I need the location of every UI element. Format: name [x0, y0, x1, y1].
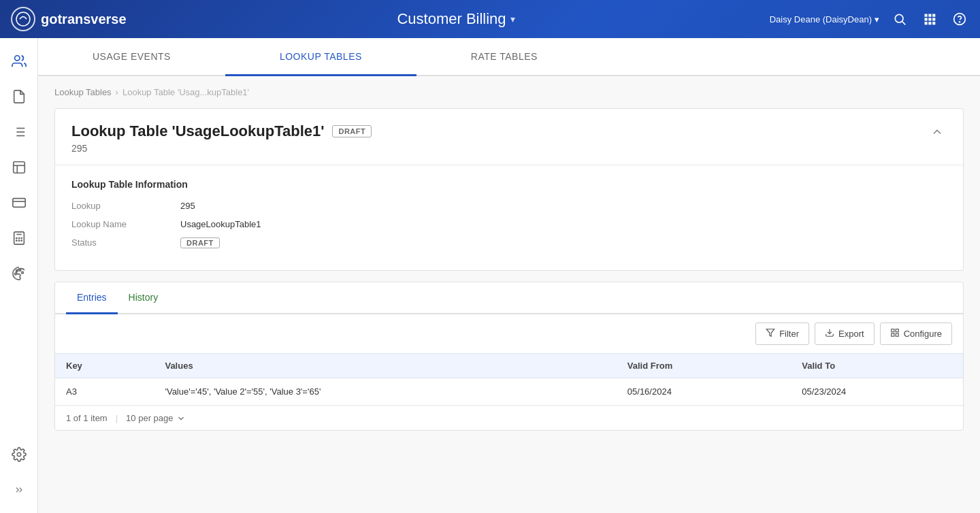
breadcrumb-parent[interactable]: Lookup Tables — [54, 87, 112, 97]
cell-valid-to: 05/23/2024 — [791, 378, 963, 406]
export-button[interactable]: Export — [815, 322, 875, 345]
svg-point-1 — [895, 14, 903, 22]
logo-area[interactable]: gotransverse — [11, 7, 161, 31]
sidebar-item-file[interactable] — [4, 152, 34, 182]
logo-icon — [11, 7, 35, 31]
info-value-status: DRAFT — [180, 237, 220, 248]
breadcrumb-current: Lookup Table 'Usag...kupTable1' — [122, 87, 249, 97]
tab-lookup-tables-label: LOOKUP TABLES — [280, 51, 362, 62]
cell-key: A3 — [55, 378, 154, 406]
tab-rate-tables[interactable]: RATE TABLES — [416, 38, 592, 76]
sidebar-item-card[interactable] — [4, 188, 34, 218]
configure-icon — [890, 328, 900, 340]
sidebar-item-docs[interactable] — [4, 82, 34, 112]
svg-rect-42 — [896, 329, 898, 332]
apps-button[interactable] — [920, 10, 939, 29]
svg-rect-41 — [891, 329, 894, 332]
entries-table: Key Values Valid From Valid To A3 'Value… — [55, 353, 963, 406]
svg-rect-21 — [13, 162, 24, 173]
main-layout: USAGE EVENTS LOOKUP TABLES RATE TABLES L… — [0, 38, 980, 513]
nav-right: Daisy Deane (DaisyDean) ▾ — [751, 10, 969, 29]
lookup-table-card: Lookup Table 'UsageLookupTable1' DRAFT 2… — [54, 108, 964, 271]
svg-line-2 — [902, 22, 906, 25]
filter-button[interactable]: Filter — [755, 322, 809, 345]
entries-history-card: Entries History Filter — [54, 282, 964, 431]
col-values: Values — [154, 354, 616, 378]
info-row-status: Status DRAFT — [71, 237, 947, 248]
table-toolbar: Filter Export — [55, 314, 963, 353]
table-body: A3 'Value'='45', 'Value 2'='55', 'Value … — [55, 378, 963, 406]
per-page-dropdown[interactable]: 10 per page — [126, 413, 185, 423]
svg-rect-10 — [928, 22, 931, 24]
tab-usage-events[interactable]: USAGE EVENTS — [38, 38, 225, 76]
sidebar-item-paint[interactable] — [4, 259, 34, 288]
svg-rect-5 — [932, 14, 935, 17]
svg-point-35 — [21, 271, 23, 274]
search-button[interactable] — [890, 10, 909, 29]
svg-rect-3 — [925, 14, 928, 17]
tab-lookup-tables[interactable]: LOOKUP TABLES — [225, 38, 416, 76]
tab-rate-tables-label: RATE TABLES — [471, 51, 538, 62]
tab-history-label: History — [129, 292, 159, 303]
tab-entries[interactable]: Entries — [66, 282, 118, 314]
content-area: USAGE EVENTS LOOKUP TABLES RATE TABLES L… — [38, 38, 980, 513]
svg-point-34 — [19, 269, 21, 271]
page-title: Lookup Table 'UsageLookupTable1' — [71, 122, 324, 140]
info-label-name: Lookup Name — [71, 219, 180, 229]
cell-valid-from: 05/16/2024 — [617, 378, 791, 406]
export-label: Export — [838, 329, 864, 339]
info-section: Lookup Table Information Lookup 295 Look… — [55, 165, 963, 270]
sidebar-item-expand[interactable] — [4, 475, 34, 505]
username-label: Daisy Deane (DaisyDean) — [770, 14, 872, 24]
sidebar-item-list[interactable] — [4, 117, 34, 147]
filter-icon — [766, 328, 775, 340]
pagination-count: 1 of 1 item — [66, 413, 108, 423]
collapse-button[interactable] — [928, 122, 947, 145]
app-title-caret-icon: ▾ — [510, 14, 515, 24]
info-label-lookup: Lookup — [71, 201, 180, 211]
svg-rect-8 — [932, 18, 935, 20]
sub-navigation: USAGE EVENTS LOOKUP TABLES RATE TABLES — [38, 38, 980, 76]
svg-rect-7 — [928, 18, 931, 20]
inner-tabs: Entries History — [55, 282, 963, 314]
page-content: Lookup Tables › Lookup Table 'Usag...kup… — [38, 76, 980, 513]
app-title[interactable]: Customer Billing ▾ — [397, 10, 514, 28]
help-button[interactable] — [950, 10, 969, 29]
sidebar — [0, 38, 38, 513]
info-section-title: Lookup Table Information — [71, 179, 947, 190]
info-value-lookup: 295 — [180, 201, 195, 211]
top-navigation: gotransverse Customer Billing ▾ Daisy De… — [0, 0, 980, 38]
svg-marker-39 — [766, 329, 774, 337]
info-value-name: UsageLookupTable1 — [180, 219, 261, 229]
tab-history[interactable]: History — [118, 282, 169, 314]
sidebar-item-users[interactable] — [4, 46, 34, 76]
svg-rect-6 — [925, 18, 928, 20]
status-badge: DRAFT — [332, 125, 372, 137]
svg-rect-44 — [896, 333, 898, 336]
card-title: Lookup Table 'UsageLookupTable1' DRAFT — [71, 122, 372, 140]
per-page-label: 10 per page — [126, 413, 173, 423]
sidebar-item-calc[interactable] — [4, 223, 34, 253]
sidebar-item-settings[interactable] — [4, 440, 34, 469]
info-label-status: Status — [71, 237, 180, 248]
app-title-text: Customer Billing — [397, 10, 506, 28]
svg-point-0 — [16, 12, 30, 26]
svg-rect-4 — [928, 14, 931, 17]
record-id: 295 — [71, 143, 372, 154]
configure-label: Configure — [904, 329, 942, 339]
configure-button[interactable]: Configure — [880, 322, 952, 345]
tab-usage-events-label: USAGE EVENTS — [93, 51, 171, 62]
user-caret-icon: ▾ — [875, 14, 879, 24]
logo-text: gotransverse — [41, 12, 127, 27]
svg-point-14 — [14, 56, 19, 61]
svg-rect-24 — [12, 199, 24, 208]
svg-rect-9 — [925, 22, 928, 24]
export-icon — [825, 328, 834, 340]
table-row: A3 'Value'='45', 'Value 2'='55', 'Value … — [55, 378, 963, 406]
cell-values: 'Value'='45', 'Value 2'='55', 'Value 3'=… — [154, 378, 616, 406]
svg-rect-11 — [932, 22, 935, 24]
info-row-name: Lookup Name UsageLookupTable1 — [71, 219, 947, 229]
user-menu[interactable]: Daisy Deane (DaisyDean) ▾ — [770, 14, 879, 24]
tab-entries-label: Entries — [77, 292, 107, 303]
svg-rect-43 — [891, 333, 894, 336]
